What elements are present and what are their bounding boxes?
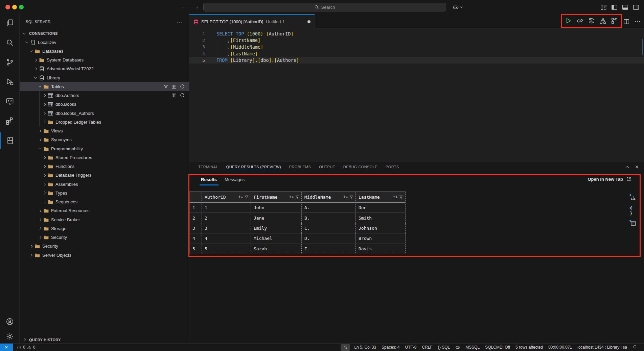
data-cell[interactable]: 5 [202,244,251,254]
traffic-close-button[interactable] [5,5,10,9]
tree-item-library[interactable]: Library [20,73,189,82]
tree-item-dbo-books[interactable]: dbo.Books [20,100,189,109]
chevron-right-icon[interactable] [42,102,47,107]
status-cursor-position[interactable]: Ln 5, Col 33 [351,345,379,350]
traffic-maximize-button[interactable] [19,5,24,9]
chevron-right-icon[interactable] [42,199,47,205]
back-button[interactable]: ← [181,4,187,10]
activity-item-extensions[interactable] [0,113,20,129]
panel-tab-problems[interactable]: PROBLEMS [285,161,315,172]
status-query-elapsed-time[interactable]: 00:00:00.071 [546,345,575,350]
chevron-right-icon[interactable] [37,128,43,134]
save-as-json-button[interactable]: { } [630,207,637,214]
code-line-3[interactable]: 3 ,[MiddleName] [189,44,644,50]
status-active-connection[interactable]: localhost,1434 : Library : sa [575,345,630,350]
zoom-indicator-button[interactable] [341,344,350,351]
tree-item-databases[interactable]: Databases [20,47,189,55]
chevron-right-icon[interactable] [37,226,43,231]
section-connections[interactable]: CONNECTIONS [20,29,189,38]
change-connection-button[interactable] [588,18,595,24]
chevron-right-icon[interactable] [37,235,43,240]
chevron-right-icon[interactable] [28,244,34,249]
chevron-right-icon[interactable] [42,164,47,169]
data-cell[interactable]: Davis [356,244,406,254]
disconnect-button[interactable] [577,18,583,24]
sort-icon[interactable]: ↑↓ [393,195,397,199]
chevron-down-icon[interactable] [28,48,34,54]
tree-item-types[interactable]: Types [20,189,189,197]
status-eol[interactable]: CRLF [419,345,435,350]
status-connection-provider[interactable]: MSSQL [463,345,482,350]
tree-item-localdev[interactable]: LocalDev [20,38,189,47]
data-cell[interactable]: Emily [251,223,302,233]
row-number-cell[interactable]: 5 [189,244,202,254]
tree-item-programmability[interactable]: Programmability [20,144,189,153]
chevron-right-icon[interactable] [33,57,38,63]
tree-item-system-databases[interactable]: System Databases [20,56,189,65]
filter-icon[interactable] [295,195,299,199]
filter-icon[interactable] [244,195,249,199]
forward-button[interactable]: → [193,4,199,10]
data-cell[interactable]: John [251,203,302,213]
data-cell[interactable]: D. [302,233,356,244]
panel-tab-output[interactable]: OUTPUT [315,161,339,172]
row-number-cell[interactable]: 2 [189,213,202,223]
modified-dot-icon[interactable] [307,20,310,23]
panel-tab-ports[interactable]: PORTS [382,161,403,172]
row-number-cell[interactable]: 4 [189,233,202,244]
tree-item-views[interactable]: Views [20,127,189,135]
chevron-right-icon[interactable] [37,217,43,222]
chevron-right-icon[interactable] [37,208,43,214]
data-cell[interactable]: E. [302,244,356,254]
tree-item-tables[interactable]: Tables [20,82,189,91]
run-button[interactable] [565,18,572,24]
problems-status-button[interactable]: 0 0 [17,345,35,350]
status-language-mode[interactable]: {} SQL [435,345,453,350]
tree-item-assemblies[interactable]: Assemblies [20,180,189,189]
filter-icon[interactable] [163,84,168,89]
data-cell[interactable]: C. [302,223,356,233]
editor-more-actions-button[interactable]: ··· [635,19,641,24]
tree-item-adventureworkslt2022[interactable]: AdventureWorksLT2022 [20,65,189,73]
data-cell[interactable]: Doe [356,203,406,213]
tree-item-external-resources[interactable]: External Resources [20,206,189,215]
refresh-icon[interactable] [180,93,185,98]
activity-item-accounts[interactable] [0,314,20,330]
chevron-down-icon[interactable] [37,84,43,89]
tree-item-dbo-authors[interactable]: dbo.Authors [20,91,189,100]
chevron-right-icon[interactable] [42,93,47,98]
filter-icon[interactable] [399,195,403,199]
data-cell[interactable]: Smith [356,213,406,223]
data-cell[interactable]: 4 [202,233,251,244]
chevron-down-icon[interactable] [33,75,38,80]
activity-item-search[interactable] [0,34,20,51]
tree-item-database-triggers[interactable]: Database Triggers [20,171,189,180]
sort-icon[interactable]: ↑↓ [289,195,294,199]
toggle-primary-sidebar-icon[interactable] [611,4,618,10]
sort-icon[interactable]: ↑↓ [238,195,243,199]
tree-item-synonyms[interactable]: Synonyms [20,135,189,144]
tree-item-security[interactable]: Security [20,242,189,251]
close-panel-icon[interactable]: × [635,164,639,170]
section-query-history[interactable]: QUERY HISTORY [20,336,189,343]
status-copilot-status[interactable] [453,345,463,350]
tree-item-dropped-ledger-tables[interactable]: Dropped Ledger Tables [20,118,189,126]
column-header-firstname[interactable]: FirstName↑↓ [251,192,302,203]
data-cell[interactable]: Brown [356,233,406,244]
sidebar-more-actions-button[interactable]: ··· [177,19,183,25]
chevron-right-icon[interactable] [42,155,47,160]
status-notifications[interactable] [630,345,640,350]
data-cell[interactable]: Sarah [251,244,302,254]
code-line-1[interactable]: 1SELECT TOP (1000) [AuthorID] [189,30,644,37]
data-cell[interactable]: B. [302,213,356,223]
code-line-5[interactable]: 5FROM [Library].[dbo].[Authors] [189,57,644,64]
estimated-plan-button[interactable] [600,18,606,24]
chevron-down-icon[interactable] [24,40,29,45]
tree-item-server-objects[interactable]: Server Objects [20,251,189,259]
save-as-csv-button[interactable] [630,194,637,201]
chevron-right-icon[interactable] [37,137,43,143]
filter-icon[interactable] [349,195,353,199]
status-rows-affected[interactable]: 5 rows affected [513,345,546,350]
panel-tab-query-results-preview-[interactable]: QUERY RESULTS (PREVIEW) [222,161,285,172]
grid-action-icon[interactable] [171,93,177,98]
